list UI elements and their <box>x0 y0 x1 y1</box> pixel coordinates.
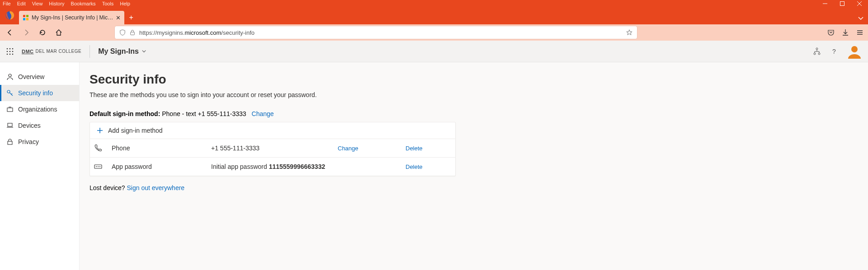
default-method-value: Phone - text +1 555-111-3333 <box>162 110 246 117</box>
pocket-icon[interactable] <box>827 29 835 36</box>
account-avatar[interactable] <box>847 44 862 59</box>
ms-topbar: DMC DEL MAR COLLEGE My Sign-Ins ? <box>0 41 868 62</box>
svg-point-21 <box>12 53 14 55</box>
sidebar-item-organizations[interactable]: Organizations <box>0 101 79 117</box>
shield-icon <box>119 29 126 36</box>
svg-point-36 <box>98 166 99 167</box>
default-method-label: Default sign-in method: <box>90 110 160 117</box>
sidebar-item-privacy[interactable]: Privacy <box>0 134 79 150</box>
firefox-logo-icon[interactable] <box>4 9 16 22</box>
menu-file[interactable]: File <box>3 1 11 6</box>
svg-point-15 <box>12 48 14 49</box>
ff-toolbar: https://mysignins.microsoft.com/security… <box>0 24 868 41</box>
svg-rect-6 <box>26 15 28 17</box>
method-value-bold: 1115559996663332 <box>269 163 326 170</box>
bookmark-star-icon[interactable] <box>626 29 632 36</box>
ff-menubar: File Edit View History Bookmarks Tools H… <box>0 0 868 7</box>
lost-device-text: Lost device? <box>90 184 125 191</box>
url-text: https://mysignins.microsoft.com/security… <box>139 29 623 36</box>
menu-bookmarks[interactable]: Bookmarks <box>71 1 96 6</box>
svg-point-27 <box>9 74 11 77</box>
menu-tools[interactable]: Tools <box>102 1 114 6</box>
svg-point-18 <box>12 51 14 52</box>
lock-icon <box>6 138 14 145</box>
reload-button[interactable] <box>37 27 48 38</box>
new-tab-button[interactable]: + <box>124 11 138 24</box>
downloads-icon[interactable] <box>842 29 849 36</box>
delete-link[interactable]: Delete <box>406 145 455 152</box>
svg-point-20 <box>9 53 11 55</box>
sign-out-everywhere-link[interactable]: Sign out everywhere <box>127 184 185 191</box>
window-maximize-icon[interactable] <box>840 1 844 6</box>
plus-icon <box>96 127 104 134</box>
tab-title: My Sign-Ins | Security Info | Mic… <box>32 14 113 21</box>
delete-link[interactable]: Delete <box>406 163 455 170</box>
svg-rect-30 <box>8 123 12 126</box>
svg-point-37 <box>99 166 100 167</box>
sidebar-item-overview[interactable]: Overview <box>0 69 79 85</box>
method-value-prefix: Initial app password <box>211 163 269 170</box>
menu-edit[interactable]: Edit <box>17 1 26 6</box>
forward-button[interactable] <box>21 27 32 38</box>
app-launcher-icon[interactable] <box>6 48 14 55</box>
add-method-button[interactable]: Add sign-in method <box>90 122 455 139</box>
sidebar-item-label: Devices <box>18 122 41 129</box>
change-link[interactable]: Change <box>338 145 406 152</box>
sidebar-item-label: Organizations <box>18 106 57 113</box>
svg-rect-5 <box>23 15 25 17</box>
svg-rect-7 <box>23 18 25 20</box>
svg-point-35 <box>96 166 97 167</box>
svg-rect-29 <box>7 108 13 112</box>
window-close-icon[interactable] <box>857 1 862 6</box>
tabs-dropdown-icon[interactable] <box>858 15 863 21</box>
url-bar[interactable]: https://mysignins.microsoft.com/security… <box>115 26 637 39</box>
svg-point-26 <box>851 46 858 52</box>
svg-rect-9 <box>131 32 135 35</box>
sidebar-item-security-info[interactable]: Security info <box>0 85 79 101</box>
svg-rect-31 <box>8 141 12 144</box>
org-brand[interactable]: DMC DEL MAR COLLEGE <box>22 49 81 54</box>
home-button[interactable] <box>53 27 64 38</box>
ms-favicon-icon <box>23 14 29 21</box>
back-button[interactable] <box>5 27 15 38</box>
sidebar-item-label: Overview <box>18 73 44 80</box>
briefcase-icon <box>6 106 14 113</box>
method-row-phone: Phone +1 555-111-3333 Change Delete <box>90 139 455 158</box>
sidebar: Overview Security info Organizations Dev… <box>0 62 80 270</box>
menu-view[interactable]: View <box>32 1 43 6</box>
org-tree-icon[interactable] <box>813 47 821 56</box>
sidebar-item-devices[interactable]: Devices <box>0 117 79 134</box>
browser-tab[interactable]: My Sign-Ins | Security Info | Mic… ✕ <box>19 11 124 24</box>
help-icon[interactable]: ? <box>830 47 838 56</box>
menu-help[interactable]: Help <box>120 1 130 6</box>
method-value: +1 555-111-3333 <box>211 144 338 152</box>
sidebar-item-label: Privacy <box>18 138 39 145</box>
laptop-icon <box>6 122 14 129</box>
svg-point-17 <box>9 51 11 52</box>
page-subtitle: These are the methods you use to sign in… <box>90 91 868 98</box>
person-icon <box>6 73 14 80</box>
app-menu-icon[interactable] <box>856 29 863 36</box>
content-area: Overview Security info Organizations Dev… <box>0 62 868 270</box>
svg-rect-8 <box>26 18 28 20</box>
brand-short: DMC <box>22 49 34 54</box>
page-title: Security info <box>90 72 868 87</box>
svg-text:?: ? <box>832 48 836 55</box>
main-panel: Security info These are the methods you … <box>80 62 868 270</box>
method-name: App password <box>112 163 211 170</box>
svg-point-23 <box>814 53 816 55</box>
svg-point-24 <box>818 53 820 55</box>
tab-close-icon[interactable]: ✕ <box>116 14 121 21</box>
key-icon <box>6 89 14 97</box>
methods-box: Add sign-in method Phone +1 555-111-3333… <box>90 122 456 176</box>
brand-text: DEL MAR COLLEGE <box>36 49 82 54</box>
lock-icon <box>129 29 136 36</box>
svg-rect-1 <box>840 2 844 6</box>
app-name-dropdown[interactable]: My Sign-Ins <box>98 47 146 56</box>
window-minimize-icon[interactable] <box>823 1 827 6</box>
change-default-link[interactable]: Change <box>252 110 274 117</box>
ff-tabbar: My Sign-Ins | Security Info | Mic… ✕ + <box>0 7 868 24</box>
add-method-label: Add sign-in method <box>108 127 163 134</box>
menu-history[interactable]: History <box>49 1 64 6</box>
svg-point-19 <box>7 53 8 55</box>
